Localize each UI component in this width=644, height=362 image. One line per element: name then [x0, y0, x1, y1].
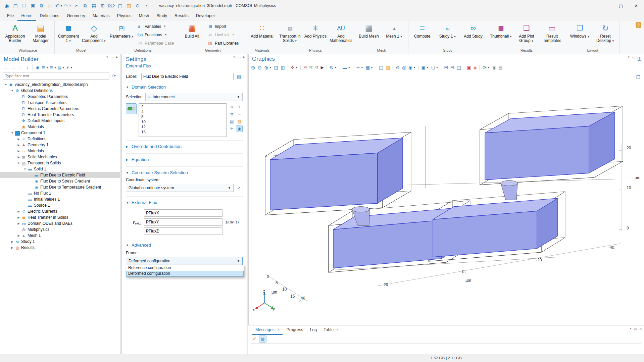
flux-field-pfluxx[interactable]	[144, 209, 222, 217]
panel-menu-icon[interactable]: ▼	[629, 327, 632, 331]
highlight-selection-button[interactable]: ◉	[236, 125, 243, 132]
detach-icon[interactable]: ▭	[632, 56, 635, 61]
node-label-button[interactable]: ▤▼	[58, 64, 65, 71]
new-file-button[interactable]: ▢	[11, 2, 19, 10]
ribbon-button-livelink[interactable]: ⇄LiveLink▼	[206, 32, 246, 38]
ribbon-button-reset-desktop[interactable]: ↻Reset Desktop▼	[593, 21, 618, 48]
expander-closed-icon[interactable]: ▶	[16, 216, 21, 219]
maximize-button[interactable]: ▢	[613, 0, 629, 11]
find-button[interactable]: ⊙	[134, 2, 142, 10]
expander-open-icon[interactable]: ▼	[10, 89, 14, 92]
tree-item-heat-transfer-parameters[interactable]: PiHeat Transfer Parameters	[0, 112, 120, 118]
tree-item-transport-parameters[interactable]: PiTransport Parameters	[0, 100, 120, 106]
ribbon-button-add-plot-group[interactable]: ❏Add Plot Group▼	[514, 21, 539, 48]
detach-icon[interactable]: ▭	[634, 327, 637, 331]
scene-light-button[interactable]: ☀▼	[355, 64, 364, 71]
coordinate-system-combo[interactable]: Global coordinate system ▼	[126, 184, 234, 192]
tree-item-initial-values-1[interactable]: ▬Initial Values 1	[0, 196, 120, 202]
tab-progress[interactable]: Progress	[283, 326, 306, 335]
tree-item-geometric-parameters[interactable]: PiGeometric Parameters	[0, 94, 120, 100]
split-window-icon[interactable]: ◫	[637, 56, 642, 61]
tree-item-heat-transfer-in-solids[interactable]: ▶◼Heat Transfer in Solids	[0, 214, 120, 220]
panel-menu-icon[interactable]: ▼	[627, 56, 630, 61]
move-up-button[interactable]: ↑	[17, 64, 23, 71]
scene-camera-button[interactable]: ▶	[319, 64, 325, 71]
tree-item-solid-1[interactable]: ▼▬Solid 1	[0, 166, 120, 172]
tree-item-electric-currents-parameters[interactable]: PiElectric Currents Parameters	[0, 106, 120, 112]
expander-closed-icon[interactable]: ▶	[16, 210, 21, 213]
rotate-view-button[interactable]: ↻▼	[329, 64, 338, 71]
menu-item-file[interactable]: File	[3, 12, 17, 21]
ribbon-button-transport-in-solids[interactable]: ▧Transport in Solids▼	[277, 21, 303, 48]
tree-item-transport-in-solids[interactable]: ▼▧Transport in Solids	[0, 160, 120, 166]
close-button[interactable]: ✕	[629, 0, 644, 11]
menu-item-definitions[interactable]: Definitions	[36, 12, 63, 21]
dock-window-button[interactable]: ⊟	[449, 64, 455, 71]
help-button[interactable]: ?	[636, 22, 641, 28]
menu-item-home[interactable]: Home	[17, 12, 36, 21]
ribbon-button-build-mesh[interactable]: ▦Build Mesh	[356, 21, 382, 48]
highlight-color-button[interactable]: ◈	[472, 64, 478, 71]
tree-item-materials[interactable]: ▶∷Materials	[0, 148, 120, 154]
tab-table[interactable]: Table✕	[320, 326, 342, 335]
domain-list-item[interactable]: 10	[139, 119, 226, 124]
tree-item-study-1[interactable]: ▶∞Study 1	[0, 239, 120, 245]
zoom-to-selection-button[interactable]: ✛	[229, 125, 235, 132]
print-button[interactable]: ▤	[497, 64, 503, 71]
clear-messages-button[interactable]: ✐	[251, 336, 258, 342]
ribbon-button-add-component[interactable]: ◇Add Component▼	[81, 21, 107, 48]
close-tab-icon[interactable]: ✕	[639, 327, 642, 331]
frame-option-deformed-configuration[interactable]: Deformed configuration	[126, 271, 244, 276]
copy-selection-button[interactable]: ⧉	[229, 111, 235, 117]
minimize-button[interactable]: —	[598, 0, 613, 11]
tree-item-results[interactable]: ▶▥Results	[0, 245, 120, 251]
section-header-coordinate-system[interactable]: ▼ Coordinate System Selection	[126, 167, 243, 177]
detach-icon[interactable]: ▭	[237, 56, 240, 59]
zoom-extents-button[interactable]: ⊡	[273, 64, 280, 71]
expander-closed-icon[interactable]: ▶	[16, 222, 21, 225]
update-view-button[interactable]: ⟳▼	[481, 64, 491, 71]
section-header-equation[interactable]: ▶ Equation	[126, 154, 243, 164]
expander-open-icon[interactable]: ▼	[16, 162, 21, 165]
nav-forward-button[interactable]: →	[10, 64, 16, 71]
view-xy-button[interactable]: xy	[302, 64, 308, 71]
ribbon-button-build-all[interactable]: ▦Build All	[179, 21, 205, 48]
tab-log[interactable]: Log	[307, 326, 320, 335]
label-field-input[interactable]	[141, 73, 234, 80]
selection-combo[interactable]: ∞ Interconnect ▼	[145, 93, 243, 101]
section-header-external-flux[interactable]: ▼ External Flux	[126, 197, 243, 207]
tree-filter-input[interactable]	[3, 72, 109, 80]
section-header-advanced[interactable]: ▼ Advanced	[126, 240, 243, 249]
domain-list-item[interactable]: 2	[139, 104, 226, 109]
save-button[interactable]: ▣	[29, 2, 37, 10]
tree-item-solid-mechanics[interactable]: ▶▦Solid Mechanics	[0, 154, 120, 160]
tab-messages[interactable]: Messages✕	[252, 326, 283, 335]
ribbon-button-add-material[interactable]: ∷Add Material	[249, 21, 275, 48]
environment-button[interactable]: ▦▼	[365, 64, 374, 71]
ribbon-button-import[interactable]: ⊞Import	[206, 23, 246, 30]
expander-open-icon[interactable]: ▼	[4, 83, 8, 86]
panel-menu-icon[interactable]: ▼	[233, 56, 235, 59]
ribbon-button-parameters[interactable]: PiParameters▼	[109, 21, 135, 48]
expander-closed-icon[interactable]: ▶	[16, 144, 21, 147]
tree-item-vacancy-electromigration-3dmodel-mph[interactable]: ▼◆vacancy_electromigration_3Dmodel.mph	[0, 82, 120, 88]
plot-window-button[interactable]: ❑▼	[430, 64, 440, 71]
add-plot-window-button[interactable]: ⊞	[443, 64, 449, 71]
flux-field-pfluxz[interactable]	[144, 227, 222, 235]
tree-item-electric-currents[interactable]: ▶↯Electric Currents	[0, 208, 120, 214]
tree-item-geometry-1[interactable]: ▶AGeometry 1	[0, 142, 120, 148]
expander-open-icon[interactable]: ▼	[23, 168, 27, 171]
expander-closed-icon[interactable]: ▶	[16, 156, 21, 159]
expander-closed-icon[interactable]: ▶	[10, 240, 14, 243]
tree-item-global-definitions[interactable]: ▼⊕Global Definitions	[0, 88, 120, 94]
customize-quick-access-button[interactable]: ▼	[142, 2, 150, 10]
tree-item-source-1[interactable]: ▬Source 1	[0, 202, 120, 208]
flux-field-pfluxy[interactable]	[144, 218, 222, 226]
tree-item-default-model-inputs[interactable]: ❖Default Model Inputs	[0, 118, 120, 124]
pin-icon[interactable]: ◆	[243, 56, 245, 59]
detach-icon[interactable]: ▭	[110, 56, 113, 59]
filter-button[interactable]: ▼▼	[66, 64, 73, 71]
ribbon-button-add-physics[interactable]: ✳Add Physics	[303, 21, 328, 48]
tree-item-component-1[interactable]: ▼◼Component 1	[0, 130, 120, 136]
collapse-all-button[interactable]: ≣▼	[50, 64, 57, 71]
